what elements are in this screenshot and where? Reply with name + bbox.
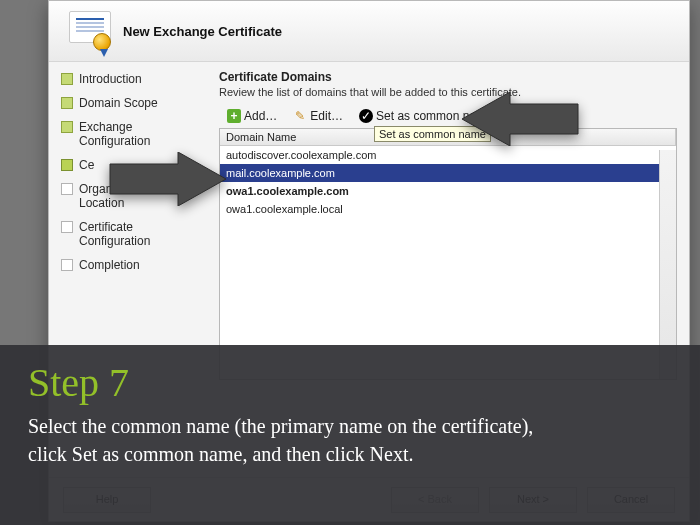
step-completion[interactable]: Completion bbox=[61, 258, 211, 272]
step-done-icon bbox=[61, 121, 73, 133]
plus-icon: + bbox=[227, 109, 241, 123]
step-domain-scope[interactable]: Domain Scope bbox=[61, 96, 211, 110]
step-certificate-configuration[interactable]: Certificate Configuration bbox=[61, 220, 211, 248]
step-current-icon bbox=[61, 159, 73, 171]
grid-row[interactable]: mail.coolexample.com bbox=[220, 164, 676, 182]
step-label: Ce bbox=[79, 158, 94, 172]
page-title: Certificate Domains bbox=[219, 70, 677, 84]
titlebar: New Exchange Certificate bbox=[49, 1, 689, 62]
window-title: New Exchange Certificate bbox=[123, 24, 282, 39]
tutorial-caption: Step 7 Select the common name (the prima… bbox=[0, 345, 700, 525]
edit-label: Edit… bbox=[310, 108, 343, 124]
step-done-icon bbox=[61, 97, 73, 109]
step-label: Domain Scope bbox=[79, 96, 158, 110]
set-as-common-name-button[interactable]: ✓ Set as common name bbox=[355, 107, 497, 125]
page-description: Review the list of domains that will be … bbox=[219, 86, 677, 98]
step-todo-icon bbox=[61, 259, 73, 271]
step-label: Introduction bbox=[79, 72, 142, 86]
step-todo-icon bbox=[61, 183, 73, 195]
certificate-icon bbox=[67, 11, 113, 51]
set-cn-label: Set as common name bbox=[376, 108, 493, 124]
step-label: Organization and Location bbox=[79, 182, 189, 210]
step-introduction[interactable]: Introduction bbox=[61, 72, 211, 86]
domain-grid: Domain Name autodiscover.coolexample.com… bbox=[219, 128, 677, 380]
x-icon: ✕ bbox=[509, 109, 523, 123]
step-organization-location[interactable]: Organization and Location bbox=[61, 182, 211, 210]
step-label: Certificate Configuration bbox=[79, 220, 189, 248]
step-label: Exchange Configuration bbox=[79, 120, 189, 148]
checkmark-icon: ✓ bbox=[359, 109, 373, 123]
tooltip-set-common-name: Set as common name bbox=[374, 126, 491, 142]
step-label: Completion bbox=[79, 258, 140, 272]
grid-row[interactable]: autodiscover.coolexample.com bbox=[220, 146, 676, 164]
step-todo-icon bbox=[61, 221, 73, 233]
step-exchange-configuration[interactable]: Exchange Configuration bbox=[61, 120, 211, 148]
edit-button[interactable]: ✎ Edit… bbox=[289, 107, 347, 125]
grid-row[interactable]: owa1.coolexample.local bbox=[220, 200, 676, 218]
pencil-icon: ✎ bbox=[293, 109, 307, 123]
caption-heading: Step 7 bbox=[28, 359, 672, 406]
add-label: Add… bbox=[244, 108, 277, 124]
domain-toolbar: + Add… ✎ Edit… ✓ Set as common name ✕ Se… bbox=[219, 104, 677, 128]
step-done-icon bbox=[61, 73, 73, 85]
step-certificate-domains[interactable]: Ce bbox=[61, 158, 211, 172]
grid-row[interactable]: owa1.coolexample.com bbox=[220, 182, 676, 200]
remove-button[interactable]: ✕ bbox=[505, 108, 527, 124]
add-button[interactable]: + Add… bbox=[223, 107, 281, 125]
caption-body: Select the common name (the primary name… bbox=[28, 412, 548, 468]
